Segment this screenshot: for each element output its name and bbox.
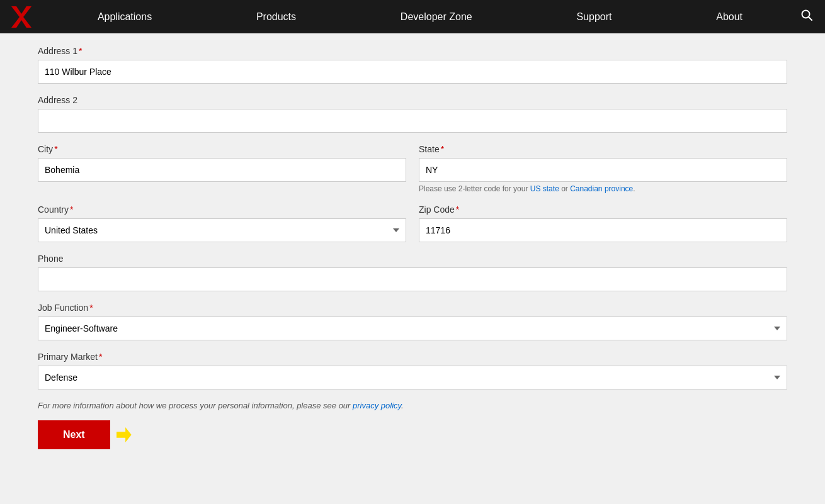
address1-label: Address 1* — [38, 46, 787, 56]
form-container: Address 1* Address 2 City* State* Please… — [0, 33, 825, 474]
city-input[interactable] — [38, 158, 406, 182]
country-select[interactable]: United States Canada United Kingdom — [38, 218, 406, 242]
svg-line-3 — [809, 17, 812, 20]
nav-item-developer-zone[interactable]: Developer Zone — [388, 11, 485, 23]
country-group: Country* United States Canada United Kin… — [38, 204, 406, 242]
address1-required: * — [79, 46, 82, 56]
primary-market-required: * — [99, 352, 102, 362]
address1-group: Address 1* — [38, 46, 787, 84]
phone-input[interactable] — [38, 267, 787, 291]
country-required: * — [70, 204, 73, 215]
phone-label: Phone — [38, 254, 787, 264]
logo-icon[interactable] — [6, 4, 33, 30]
next-arrow-icon — [117, 427, 132, 442]
address2-input[interactable] — [38, 109, 787, 133]
city-label: City* — [38, 144, 406, 154]
state-hint: Please use 2-letter code for your US sta… — [419, 184, 787, 193]
zip-input[interactable] — [419, 218, 787, 242]
state-required: * — [441, 144, 444, 154]
nav-item-support[interactable]: Support — [564, 11, 624, 23]
us-state-link[interactable]: US state — [530, 184, 559, 193]
button-area: Next — [38, 420, 787, 449]
address2-group: Address 2 — [38, 95, 787, 133]
country-label: Country* — [38, 204, 406, 215]
state-input[interactable] — [419, 158, 787, 182]
job-function-select[interactable]: Engineer-Software Engineer-Hardware Mana… — [38, 316, 787, 340]
primary-market-group: Primary Market* Defense Aerospace Consum… — [38, 352, 787, 389]
privacy-notice: For more information about how we proces… — [38, 401, 787, 410]
zip-required: * — [456, 204, 459, 215]
canadian-province-link[interactable]: Canadian province — [570, 184, 633, 193]
primary-market-label: Primary Market* — [38, 352, 787, 362]
navigation: Applications Products Developer Zone Sup… — [0, 0, 825, 33]
country-zip-row: Country* United States Canada United Kin… — [38, 204, 787, 254]
job-function-label: Job Function* — [38, 303, 787, 313]
nav-item-applications[interactable]: Applications — [85, 11, 164, 23]
primary-market-select[interactable]: Defense Aerospace Consumer Communication… — [38, 366, 787, 389]
address1-input[interactable] — [38, 60, 787, 84]
state-label: State* — [419, 144, 787, 154]
state-group: State* Please use 2-letter code for your… — [419, 144, 787, 193]
city-required: * — [54, 144, 57, 154]
zip-label: Zip Code* — [419, 204, 787, 215]
next-button[interactable]: Next — [38, 420, 110, 449]
phone-group: Phone — [38, 254, 787, 291]
job-function-required: * — [89, 303, 93, 313]
address2-label: Address 2 — [38, 95, 787, 105]
zip-group: Zip Code* — [419, 204, 787, 242]
job-function-group: Job Function* Engineer-Software Engineer… — [38, 303, 787, 340]
privacy-policy-link[interactable]: privacy policy — [353, 401, 401, 410]
nav-items: Applications Products Developer Zone Sup… — [45, 11, 795, 23]
city-state-row: City* State* Please use 2-letter code fo… — [38, 144, 787, 204]
nav-item-products[interactable]: Products — [244, 11, 309, 23]
search-icon[interactable] — [795, 9, 819, 24]
nav-item-about[interactable]: About — [703, 11, 755, 23]
city-group: City* — [38, 144, 406, 193]
